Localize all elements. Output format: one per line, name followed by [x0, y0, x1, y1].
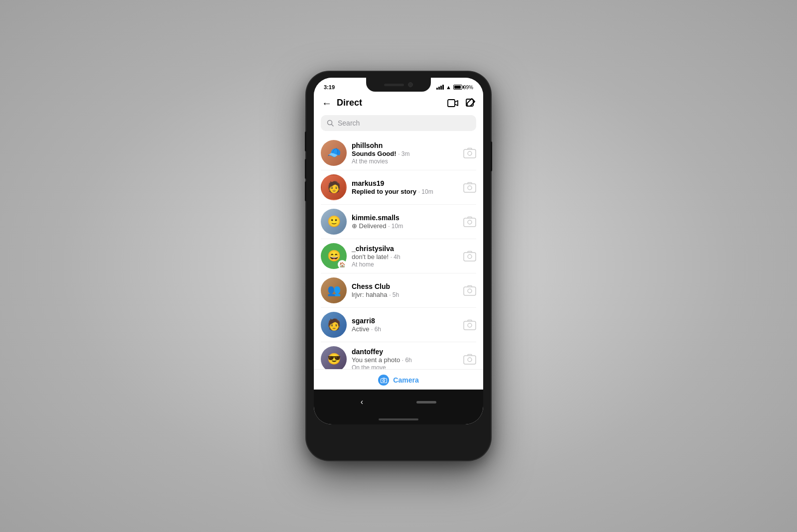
compose-icon[interactable]: [465, 98, 475, 108]
phone-device: 3:19 ▲ 99%: [306, 72, 491, 460]
search-bar[interactable]: Search: [321, 115, 476, 131]
battery-container: 99%: [453, 85, 473, 90]
message-preview: don't be late! · 4h: [352, 253, 458, 261]
camera-button-container[interactable]: [463, 354, 476, 365]
svg-rect-4: [464, 149, 476, 158]
avatar-container: 👥: [321, 277, 347, 303]
svg-rect-16: [464, 356, 476, 364]
message-sub: On the move: [352, 364, 458, 370]
camera-label: Camera: [393, 376, 418, 384]
list-item[interactable]: 👥 Chess Club lrjvr: hahaha · 5h: [314, 273, 483, 307]
camera-icon: [463, 319, 476, 330]
search-icon: [327, 120, 334, 127]
message-preview: You sent a photo · 6h: [352, 356, 458, 364]
message-preview: Sounds Good! · 3m: [352, 150, 458, 157]
list-item[interactable]: 🧑 sgarri8 Active · 6h: [314, 308, 483, 342]
phone-bottom-bar: [314, 414, 483, 424]
svg-point-17: [468, 358, 472, 362]
battery-text: 99%: [463, 85, 473, 90]
message-username: sgarri8: [352, 317, 458, 325]
camera-button-container[interactable]: [463, 319, 476, 330]
message-username: _christysilva: [352, 245, 458, 253]
list-item[interactable]: 😄 🏠 _christysilva don't be late! · 4h At…: [314, 239, 483, 273]
message-username: dantoffey: [352, 348, 458, 356]
avatar: 👥: [321, 277, 347, 303]
battery-icon: [453, 85, 462, 90]
svg-point-9: [468, 220, 472, 224]
avatar-container: 😄 🏠: [321, 243, 347, 269]
nav-back-icon: ‹: [361, 398, 363, 406]
bottom-camera-bar[interactable]: Camera: [314, 369, 483, 390]
avatar-container: 🧑: [321, 174, 347, 200]
svg-rect-12: [464, 287, 476, 295]
message-username: phillsohn: [352, 141, 458, 149]
message-content: kimmie.smalls ⊕ Delivered · 10m: [352, 214, 458, 230]
camera-button-container[interactable]: [463, 251, 476, 262]
message-preview: Replied to your story · 10m: [352, 188, 458, 195]
search-container: Search: [314, 112, 483, 136]
svg-rect-10: [464, 253, 476, 261]
list-item[interactable]: 🙂 kimmie.smalls ⊕ Delivered · 10m: [314, 205, 483, 239]
message-username: Chess Club: [352, 282, 458, 290]
wifi-icon: ▲: [446, 85, 451, 90]
message-sub: At the movies: [352, 158, 458, 165]
status-icons: ▲ 99%: [436, 84, 473, 90]
svg-point-19: [383, 380, 385, 382]
back-button[interactable]: ←: [322, 98, 332, 108]
list-item[interactable]: 😎 dantoffey You sent a photo · 6h On the…: [314, 342, 483, 369]
camera-button-container[interactable]: [463, 147, 476, 158]
home-indicator: [379, 418, 418, 420]
status-bar: 3:19 ▲ 99%: [314, 78, 483, 94]
header-right: [447, 98, 475, 108]
header-left: ← Direct: [322, 98, 362, 108]
camera-icon: [463, 251, 476, 262]
signal-icon: [436, 85, 444, 90]
message-content: _christysilva don't be late! · 4h At hom…: [352, 245, 458, 268]
message-content: phillsohn Sounds Good! · 3m At the movie…: [352, 141, 458, 165]
camera-button-container[interactable]: [463, 216, 476, 227]
svg-rect-8: [464, 218, 476, 227]
nav-home-indicator[interactable]: [416, 401, 436, 403]
avatar-container: 😎: [321, 346, 347, 369]
message-content: markus19 Replied to your story · 10m: [352, 179, 458, 195]
svg-line-3: [332, 125, 334, 127]
avatar-container: 🙂: [321, 209, 347, 235]
camera-button-container[interactable]: [463, 285, 476, 296]
message-content: sgarri8 Active · 6h: [352, 317, 458, 333]
avatar-container: 🧑: [321, 312, 347, 338]
phone-nav: ‹: [314, 390, 483, 414]
avatar: 🧑: [321, 312, 347, 338]
message-username: kimmie.smalls: [352, 214, 458, 222]
camera-icon: [463, 285, 476, 296]
list-item[interactable]: 🧑 markus19 Replied to your story · 10m: [314, 170, 483, 204]
notch: [366, 78, 431, 92]
svg-rect-14: [464, 321, 476, 330]
svg-rect-6: [464, 184, 476, 192]
status-time: 3:19: [324, 84, 335, 90]
avatar: 🧑: [321, 174, 347, 200]
message-username: markus19: [352, 179, 458, 187]
camera-bottom-icon: [378, 375, 389, 386]
camera-icon: [463, 147, 476, 158]
message-preview: ⊕ Delivered · 10m: [352, 222, 458, 230]
phone-screen: 3:19 ▲ 99%: [314, 78, 483, 424]
svg-point-5: [468, 151, 472, 155]
battery-fill: [454, 86, 461, 89]
app-header: ← Direct: [314, 94, 483, 112]
camera-icon: [463, 354, 476, 365]
nav-back-button[interactable]: ‹: [361, 398, 363, 406]
svg-point-13: [468, 289, 472, 293]
svg-rect-0: [448, 100, 455, 107]
message-list: 🧢 phillsohn Sounds Good! · 3m At the mov…: [314, 136, 483, 369]
video-icon[interactable]: [447, 99, 458, 107]
svg-point-7: [468, 186, 472, 190]
avatar-container: 🧢: [321, 140, 347, 166]
list-item[interactable]: 🧢 phillsohn Sounds Good! · 3m At the mov…: [314, 136, 483, 170]
avatar: 😎: [321, 346, 347, 369]
message-sub: At home: [352, 261, 458, 268]
search-placeholder: Search: [338, 119, 360, 127]
camera-button-container[interactable]: [463, 182, 476, 193]
message-preview: Active · 6h: [352, 325, 458, 333]
svg-rect-18: [381, 379, 387, 383]
page-title: Direct: [337, 98, 362, 108]
